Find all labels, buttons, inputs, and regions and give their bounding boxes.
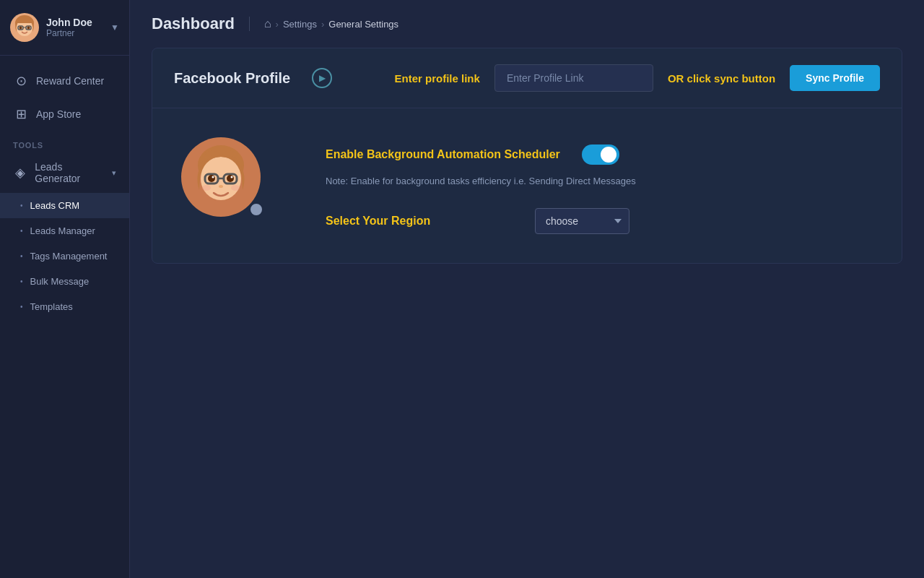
or-sync-label: OR click sync button: [668, 72, 775, 85]
bullet-icon: •: [20, 303, 23, 311]
profile-settings: Enable Background Automation Scheduler N…: [326, 137, 873, 234]
bullet-icon: •: [20, 252, 23, 260]
play-button[interactable]: ▶: [312, 68, 332, 88]
bullet-icon: •: [20, 227, 23, 235]
sidebar-sub-label: Leads CRM: [30, 200, 80, 211]
toggle-slider: [582, 144, 619, 165]
sidebar-sub-label: Templates: [30, 301, 73, 312]
sidebar-sub-label: Bulk Message: [30, 276, 90, 287]
breadcrumb-current: General Settings: [328, 19, 398, 30]
sidebar-item-left: ◈ Leads Generator: [13, 161, 105, 184]
user-profile[interactable]: John Doe Partner ▼: [0, 0, 129, 56]
svg-point-5: [19, 27, 22, 30]
svg-point-17: [202, 185, 211, 191]
reward-icon: ⊙: [13, 73, 29, 89]
svg-point-6: [27, 27, 30, 30]
region-setting-row: Select Your Region choose United States …: [326, 208, 873, 234]
profile-avatar-svg: [185, 141, 257, 213]
automation-setting-row: Enable Background Automation Scheduler: [326, 144, 873, 165]
sidebar-item-bulk-message[interactable]: • Bulk Message: [0, 269, 129, 294]
svg-point-12: [208, 175, 215, 182]
breadcrumb: ⌂ › Settings › General Settings: [264, 17, 398, 30]
sidebar-item-reward-center[interactable]: ⊙ Reward Center: [0, 64, 129, 98]
sidebar-item-label: Leads Generator: [35, 161, 105, 184]
svg-point-14: [212, 176, 214, 178]
sidebar-sub-label: Leads Manager: [30, 225, 95, 236]
content-area: Facebook Profile ▶ Enter profile link OR…: [130, 48, 924, 578]
profile-header-right: Enter profile link OR click sync button …: [346, 64, 880, 92]
facebook-profile-title: Facebook Profile: [174, 70, 290, 87]
automation-note: Note: Enable for background tasks effici…: [326, 176, 873, 186]
bullet-icon: •: [20, 202, 23, 210]
sidebar-item-templates[interactable]: • Templates: [0, 294, 129, 319]
svg-point-16: [219, 185, 223, 188]
sidebar-item-leads-crm[interactable]: • Leads CRM: [0, 193, 129, 218]
region-select[interactable]: choose United States Europe Asia: [535, 208, 629, 234]
sidebar-sub-label: Tags Management: [30, 251, 108, 262]
sidebar-item-tags-management[interactable]: • Tags Management: [0, 243, 129, 269]
app-store-icon: ⊞: [13, 106, 29, 122]
profile-avatar-wrapper: [181, 137, 268, 224]
avatar-image: [10, 13, 39, 42]
settings-card: Facebook Profile ▶ Enter profile link OR…: [152, 48, 902, 264]
region-label: Select Your Region: [326, 215, 513, 228]
breadcrumb-sep-2: ›: [321, 19, 324, 30]
user-info: John Doe Partner: [46, 17, 103, 38]
sidebar-item-label: App Store: [36, 108, 81, 120]
sidebar-item-leads-generator[interactable]: ◈ Leads Generator ▾: [0, 152, 129, 193]
profile-link-input[interactable]: [494, 64, 653, 92]
status-dot: [249, 202, 263, 217]
main-content: Dashboard ⌂ › Settings › General Setting…: [130, 0, 924, 578]
chevron-down-icon: ▼: [110, 22, 119, 33]
automation-label: Enable Background Automation Scheduler: [326, 148, 560, 161]
profile-avatar: [181, 137, 261, 217]
sidebar-item-leads-manager[interactable]: • Leads Manager: [0, 218, 129, 243]
svg-point-15: [231, 176, 233, 178]
bullet-icon: •: [20, 277, 23, 285]
avatar: [10, 13, 39, 42]
page-title: Dashboard: [152, 14, 235, 33]
arrow-icon: ▾: [112, 168, 116, 178]
breadcrumb-sep: ›: [276, 19, 279, 30]
sidebar-nav: ⊙ Reward Center ⊞ App Store TOOLS ◈ Lead…: [0, 56, 129, 578]
breadcrumb-settings[interactable]: Settings: [283, 19, 317, 30]
profile-body: Enable Background Automation Scheduler N…: [152, 108, 902, 263]
play-icon: ▶: [319, 73, 326, 83]
home-icon[interactable]: ⌂: [264, 17, 271, 30]
topbar-divider: [249, 17, 250, 31]
facebook-profile-section: Facebook Profile ▶ Enter profile link OR…: [152, 48, 902, 108]
user-name: John Doe: [46, 17, 103, 28]
user-role: Partner: [46, 28, 103, 38]
sync-profile-button[interactable]: Sync Profile: [790, 65, 880, 91]
sidebar: John Doe Partner ▼ ⊙ Reward Center ⊞ App…: [0, 0, 130, 578]
enter-profile-label: Enter profile link: [395, 72, 480, 85]
leads-generator-icon: ◈: [13, 165, 27, 181]
svg-point-13: [227, 175, 234, 182]
sidebar-item-label: Reward Center: [36, 75, 104, 87]
sidebar-item-app-store[interactable]: ⊞ App Store: [0, 98, 129, 131]
automation-toggle[interactable]: [582, 144, 619, 165]
tools-section-label: TOOLS: [0, 131, 129, 152]
svg-point-18: [231, 185, 240, 191]
topbar: Dashboard ⌂ › Settings › General Setting…: [130, 0, 924, 48]
